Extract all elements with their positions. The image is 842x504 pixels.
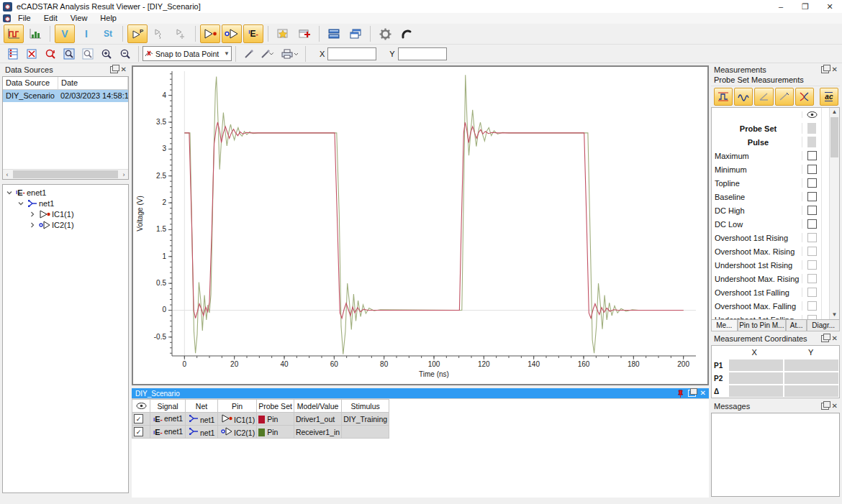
edge-time-measure-button[interactable] — [754, 88, 773, 106]
waveform-chart-window[interactable]: 020406080100120140160180200-0.500.511.52… — [132, 65, 709, 385]
tree-node-ic11[interactable]: IC1(1) — [3, 209, 128, 219]
support-hook-button[interactable] — [397, 24, 417, 43]
float-panel-icon[interactable] — [688, 390, 696, 397]
float-panel-icon[interactable] — [821, 335, 829, 342]
scroll-right-icon[interactable]: › — [119, 171, 128, 178]
tree-expander-icon[interactable] — [17, 200, 26, 207]
ac-measure-button[interactable]: ac — [820, 88, 838, 106]
measurement-item-overshoot-1st-rising[interactable]: Overshoot 1st Rising — [712, 231, 839, 244]
driver-pins-button[interactable] — [200, 24, 220, 43]
restore-button[interactable]: ❐ — [793, 0, 818, 13]
probe-point-button[interactable]: P — [127, 24, 148, 43]
measurement-checkbox[interactable] — [807, 274, 817, 283]
measurement-checkbox[interactable] — [807, 165, 817, 174]
coordinate-cell[interactable] — [729, 372, 783, 384]
tab-me[interactable]: Me... — [711, 320, 738, 331]
measurement-checkbox[interactable] — [807, 247, 817, 256]
tree-node-enet1[interactable]: IE-enet1 — [3, 187, 128, 198]
column-probe-set[interactable]: Probe Set — [257, 400, 294, 413]
minimize-button[interactable]: – — [769, 0, 793, 13]
tree-expander-icon[interactable] — [6, 189, 14, 196]
column-data-source[interactable]: Data Source — [3, 77, 58, 89]
close-button[interactable]: ✕ — [818, 0, 842, 13]
column-date[interactable]: Date — [58, 77, 128, 89]
close-panel-icon[interactable]: ✕ — [832, 403, 838, 410]
y-coordinate-input[interactable] — [398, 47, 447, 60]
tree-expander-icon[interactable] — [29, 221, 37, 229]
settings-button[interactable] — [375, 24, 395, 43]
scenario-signal-row[interactable]: ✓IE-enet1net1IC2(1)PinReceiver1_in — [132, 426, 389, 439]
menu-view[interactable]: View — [65, 13, 94, 24]
slew-rate-measure-button[interactable] — [775, 88, 794, 106]
measurement-item-topline[interactable]: Topline — [712, 176, 839, 190]
float-panel-icon[interactable] — [821, 403, 829, 410]
measurement-checkbox[interactable] — [807, 178, 817, 188]
coordinate-cell[interactable] — [729, 385, 783, 397]
measurement-checkbox[interactable] — [807, 301, 817, 311]
measurement-checkbox[interactable] — [807, 206, 817, 215]
favorite-window-button[interactable] — [273, 24, 293, 43]
column-model-value[interactable]: Model/Value — [294, 400, 341, 413]
measurement-checkbox[interactable] — [807, 192, 817, 201]
measurement-item-dc-high[interactable]: DC High — [712, 203, 839, 217]
snap-mode-select[interactable]: Snap to Data Point ▼ — [142, 46, 232, 61]
tree-node-ic21[interactable]: IC2(1) — [3, 219, 128, 230]
measurement-checkbox[interactable] — [807, 151, 817, 160]
pin-icon[interactable] — [677, 390, 684, 398]
measurement-checkbox[interactable] — [807, 288, 817, 297]
scenario-signal-row[interactable]: ✓IE-enet1net1IC1(1)PinDriver1_outDIY_Tra… — [132, 413, 389, 426]
tab-pintopinm[interactable]: Pin to Pin M... — [738, 320, 786, 331]
zoom-out-button[interactable] — [117, 46, 134, 62]
current-button[interactable]: I — [76, 24, 96, 43]
tree-node-net1[interactable]: net1 — [3, 198, 128, 209]
close-panel-icon[interactable]: ✕ — [121, 66, 127, 73]
coordinate-cell[interactable] — [729, 359, 783, 371]
zoom-select-button[interactable] — [42, 46, 59, 62]
zoom-in-button[interactable] — [98, 46, 115, 62]
scrollbar-thumb[interactable] — [830, 117, 838, 157]
fit-all-button[interactable] — [23, 46, 40, 62]
visibility-checkbox[interactable]: ✓ — [134, 414, 143, 423]
histogram-view-button[interactable] — [25, 24, 45, 43]
close-panel-icon[interactable]: ✕ — [700, 390, 706, 397]
close-panel-icon[interactable]: ✕ — [832, 66, 838, 73]
probe-ground-button[interactable] — [171, 24, 191, 43]
scroll-down-icon[interactable]: ▼ — [832, 311, 838, 319]
add-window-button[interactable] — [294, 24, 314, 43]
statistics-button[interactable]: St — [98, 24, 118, 43]
measurement-checkbox[interactable] — [807, 219, 817, 229]
float-panel-icon[interactable] — [821, 66, 829, 73]
oscillation-measure-button[interactable] — [734, 88, 753, 106]
measurement-checkbox[interactable] — [807, 233, 817, 242]
measurement-item-undershoot-1st-rising[interactable]: Undershoot 1st Rising — [712, 258, 839, 272]
measurement-item-overshoot-max--falling[interactable]: Overshoot Max. Falling — [712, 299, 839, 313]
pulse-measure-button[interactable] — [714, 88, 733, 106]
column-signal[interactable]: Signal — [150, 400, 186, 413]
float-panel-icon[interactable] — [110, 66, 118, 73]
scroll-left-icon[interactable]: ‹ — [3, 171, 12, 178]
visibility-cell[interactable]: ✓ — [132, 426, 150, 439]
coordinate-cell[interactable] — [784, 372, 838, 384]
marker-style-button[interactable] — [259, 46, 276, 62]
measurements-vscrollbar[interactable]: ▲▼ — [829, 108, 839, 319]
waveform-chart[interactable]: 020406080100120140160180200-0.500.511.52… — [133, 67, 707, 384]
data-sources-hscrollbar[interactable]: ‹ › — [3, 169, 128, 179]
zoom-fit-button[interactable] — [60, 46, 78, 62]
crossing-measure-button[interactable] — [795, 88, 814, 106]
column-stimulus[interactable]: Stimulus — [342, 400, 389, 413]
coordinate-cell[interactable] — [784, 359, 838, 371]
tile-horizontal-button[interactable] — [324, 24, 344, 43]
cascade-windows-button[interactable] — [345, 24, 366, 43]
measurement-item-maximum[interactable]: Maximum — [712, 149, 839, 162]
measurement-checkbox[interactable] — [807, 260, 817, 270]
enet-button[interactable]: IE- — [243, 24, 263, 43]
menu-edit[interactable]: Edit — [38, 13, 63, 24]
data-source-row[interactable]: DIY_Scenario02/03/2023 14:58:16 — [3, 90, 128, 102]
probe-series-button[interactable] — [149, 24, 169, 43]
visibility-cell[interactable]: ✓ — [132, 413, 150, 426]
measurement-item-minimum[interactable]: Minimum — [712, 162, 839, 176]
tab-diagr[interactable]: Diagr... — [807, 320, 840, 331]
print-button[interactable] — [278, 46, 301, 62]
measurement-item-undershoot-1st-falling[interactable]: Undershoot 1st Falling — [712, 313, 839, 320]
coordinate-cell[interactable] — [784, 385, 838, 397]
